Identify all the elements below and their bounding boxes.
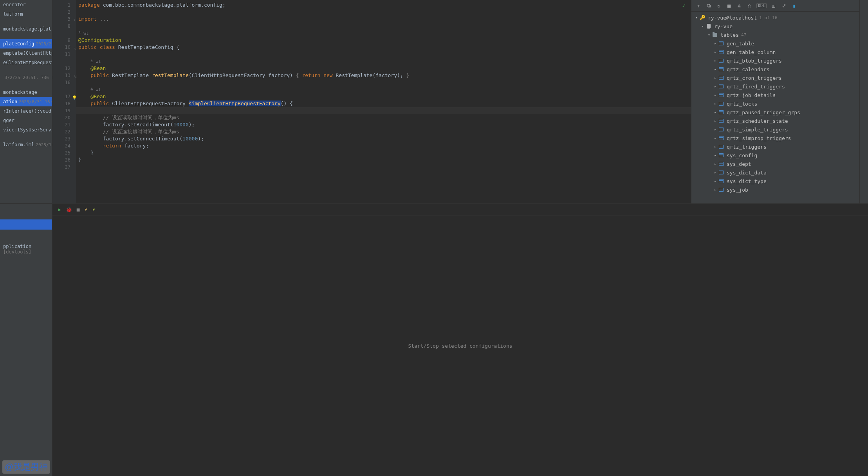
chevron-right-icon[interactable]: ▸ bbox=[713, 162, 718, 166]
code-line[interactable]: } bbox=[78, 149, 688, 156]
db-table[interactable]: ▸qrtz_calendars bbox=[691, 65, 859, 74]
chevron-right-icon[interactable]: ▸ bbox=[713, 50, 718, 54]
db-table[interactable]: ▸sys_dict_type bbox=[691, 177, 859, 185]
structure-item[interactable]: rInterface():void bbox=[0, 106, 52, 116]
db-table[interactable]: ▸qrtz_cron_triggers bbox=[691, 74, 859, 82]
code-line[interactable]: import ... bbox=[78, 16, 688, 23]
chevron-right-icon[interactable]: ▸ bbox=[713, 84, 718, 88]
code-line[interactable]: return factory; bbox=[78, 142, 688, 149]
run-config-item[interactable] bbox=[0, 219, 52, 230]
expand-icon[interactable]: ⤢ bbox=[781, 3, 787, 9]
code-line[interactable]: factory.setReadTimeout(10000); bbox=[78, 121, 688, 128]
add-icon[interactable]: ＋ bbox=[695, 3, 702, 9]
db-table[interactable]: ▸qrtz_simprop_triggers bbox=[691, 134, 859, 142]
chevron-right-icon[interactable]: ▸ bbox=[713, 67, 718, 71]
db-table[interactable]: ▸qrtz_scheduler_state bbox=[691, 117, 859, 125]
chevron-right-icon[interactable]: ▸ bbox=[713, 102, 718, 106]
chevron-right-icon[interactable]: ▸ bbox=[713, 153, 718, 157]
db-table[interactable]: ▸qrtz_simple_triggers bbox=[691, 125, 859, 134]
chevron-right-icon[interactable]: ▸ bbox=[713, 136, 718, 140]
editor-code[interactable]: ✓ package com.bbc.commonbackstage.platfo… bbox=[76, 0, 691, 203]
chevron-right-icon[interactable]: ▸ bbox=[713, 145, 718, 149]
database-panel[interactable]: ＋ ⧉ ↻ ▦ ☠ ⎌ DDL ◫ ⤢ ▮ ▾ 🔑 ry-vue@localho… bbox=[691, 0, 859, 203]
code-line[interactable]: ≜ wl bbox=[78, 86, 688, 93]
stop-icon[interactable]: ■ bbox=[77, 207, 80, 212]
structure-item[interactable]: monbackstage bbox=[0, 88, 52, 97]
db-datasource[interactable]: ▾ 🔑 ry-vue@localhost 1 of 16 bbox=[691, 13, 859, 22]
project-item[interactable]: enerator bbox=[0, 0, 52, 9]
code-line[interactable]: public RestTemplate restTemplate(ClientH… bbox=[78, 72, 688, 79]
db-table[interactable]: ▸sys_job bbox=[691, 185, 859, 194]
db-table[interactable]: ▸sys_dict_data bbox=[691, 168, 859, 177]
stop-icon[interactable]: ▦ bbox=[726, 3, 732, 9]
project-item[interactable]: latform bbox=[0, 9, 52, 19]
chevron-right-icon[interactable]: ▸ bbox=[713, 171, 718, 174]
run-icon[interactable]: ▶ bbox=[58, 207, 61, 212]
db-tree[interactable]: ▾ 🔑 ry-vue@localhost 1 of 16 ▾ ry-vue ▾ … bbox=[691, 12, 859, 203]
debug-icon[interactable]: 🐞 bbox=[66, 207, 72, 212]
code-line[interactable] bbox=[78, 23, 688, 30]
chevron-right-icon[interactable]: ▸ bbox=[713, 59, 718, 63]
code-line[interactable]: public ClientHttpRequestFactory simpleCl… bbox=[78, 100, 688, 107]
coverage-icon[interactable]: ⚡ bbox=[92, 207, 95, 212]
code-line[interactable]: } bbox=[78, 156, 688, 163]
code-line[interactable]: // 设置连接超时时间，单位为ms bbox=[78, 128, 688, 135]
right-tool-rail[interactable] bbox=[859, 0, 868, 203]
db-table[interactable]: ▸qrtz_job_details bbox=[691, 91, 859, 99]
code-line[interactable] bbox=[78, 163, 688, 171]
db-table[interactable]: ▸sys_dept bbox=[691, 160, 859, 168]
structure-item[interactable]: ation2023/8/31 16:58, 1.25 k bbox=[0, 97, 52, 106]
db-table[interactable]: ▸gen_table_column bbox=[691, 48, 859, 56]
code-editor[interactable]: 123›8910↯111213›↯1617💡181920212223242526… bbox=[52, 0, 691, 203]
project-iml[interactable]: latform.iml2023/10/27 16:53 bbox=[0, 140, 52, 149]
profile-icon[interactable]: ⚡ bbox=[85, 207, 88, 212]
structure-item[interactable]: emplate(ClientHttpReques bbox=[0, 48, 52, 58]
code-line[interactable]: @Configuration bbox=[78, 37, 688, 44]
chevron-right-icon[interactable]: ▸ bbox=[713, 179, 718, 183]
db-table[interactable]: ▸qrtz_paused_trigger_grps bbox=[691, 108, 859, 117]
ddl-button[interactable]: DDL bbox=[756, 3, 767, 8]
code-line[interactable]: ≜ wl bbox=[78, 30, 688, 37]
db-table[interactable]: ▸qrtz_locks bbox=[691, 99, 859, 108]
project-panel[interactable]: enerator latform monbackstage.platform p… bbox=[0, 0, 52, 203]
db-table[interactable]: ▸gen_table bbox=[691, 39, 859, 48]
run-config-app[interactable]: pplication [devtools] bbox=[0, 241, 52, 257]
code-line[interactable]: // 设置读取超时时间，单位为ms bbox=[78, 114, 688, 121]
code-line[interactable] bbox=[78, 9, 688, 16]
layout-icon[interactable]: ◫ bbox=[771, 3, 777, 9]
structure-item[interactable]: vice:ISysUserService bbox=[0, 125, 52, 135]
db-table[interactable]: ▸qrtz_fired_triggers bbox=[691, 82, 859, 91]
tx-icon[interactable]: ⎌ bbox=[746, 3, 753, 9]
code-line[interactable] bbox=[78, 79, 688, 86]
db-tables-folder[interactable]: ▾ tables 47 bbox=[691, 31, 859, 39]
chevron-down-icon[interactable]: ▾ bbox=[700, 24, 706, 28]
chevron-right-icon[interactable]: ▸ bbox=[713, 110, 718, 114]
filter-icon[interactable]: ▮ bbox=[791, 3, 797, 9]
db-table[interactable]: ▸sys_config bbox=[691, 151, 859, 160]
skull-icon[interactable]: ☠ bbox=[736, 3, 742, 9]
db-table[interactable]: ▸qrtz_triggers bbox=[691, 142, 859, 151]
structure-item[interactable]: gger bbox=[0, 116, 52, 125]
project-package[interactable]: monbackstage.platform bbox=[0, 24, 52, 34]
chevron-right-icon[interactable]: ▸ bbox=[713, 119, 718, 123]
code-line[interactable]: @Bean bbox=[78, 93, 688, 100]
structure-item[interactable]: eClientHttpRequestFactor bbox=[0, 58, 52, 67]
chevron-right-icon[interactable]: ▸ bbox=[713, 188, 718, 192]
chevron-down-icon[interactable]: ▾ bbox=[694, 16, 699, 20]
chevron-right-icon[interactable]: ▸ bbox=[713, 93, 718, 97]
refresh-icon[interactable]: ↻ bbox=[716, 3, 722, 9]
code-line[interactable]: package com.bbc.commonbackstage.platform… bbox=[78, 2, 688, 9]
code-line[interactable]: @Bean bbox=[78, 65, 688, 72]
db-schema[interactable]: ▾ ry-vue bbox=[691, 22, 859, 31]
chevron-right-icon[interactable]: ▸ bbox=[713, 41, 718, 45]
structure-item[interactable]: plateConfig2023/2/25 20: bbox=[0, 39, 52, 48]
copy-icon[interactable]: ⧉ bbox=[706, 3, 712, 9]
code-line[interactable]: ≜ wl bbox=[78, 58, 688, 65]
run-configs-panel[interactable]: pplication [devtools] bbox=[0, 204, 52, 476]
chevron-right-icon[interactable]: ▸ bbox=[713, 128, 718, 131]
code-line[interactable] bbox=[78, 51, 688, 58]
code-line[interactable]: factory.setConnectTimeout(10000); bbox=[78, 135, 688, 142]
db-table[interactable]: ▸qrtz_blob_triggers bbox=[691, 56, 859, 65]
chevron-right-icon[interactable]: ▸ bbox=[713, 76, 718, 80]
chevron-down-icon[interactable]: ▾ bbox=[706, 33, 712, 37]
